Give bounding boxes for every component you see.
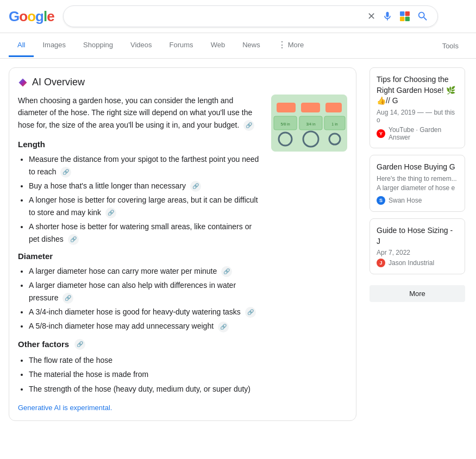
section-diameter: Diameter A larger diameter hose can carr…	[18, 251, 262, 332]
section-other-factors: Other factors 🔗 The flow rate of the hos…	[18, 339, 262, 395]
voice-search-button[interactable]	[382, 11, 393, 22]
source-card-title: Tips for Choosing the Right Garden Hose!…	[377, 74, 458, 106]
tab-videos[interactable]: Videos	[122, 34, 161, 57]
ai-overview: AI Overview When choosing a garden hose,…	[9, 67, 356, 421]
link-icon[interactable]: 🔗	[105, 208, 116, 218]
link-icon[interactable]: 🔗	[68, 234, 79, 245]
hose-image[interactable]: 5/8 in 3/4 in 1 in	[271, 95, 347, 152]
svg-text:5/8 in: 5/8 in	[280, 122, 290, 126]
list-item: A shorter hose is better for watering sm…	[29, 221, 262, 245]
source-card-title: Guide to Hose Sizing - J	[377, 225, 458, 247]
link-icon[interactable]: 🔗	[218, 322, 229, 332]
image-search-button[interactable]	[399, 11, 410, 22]
section-other-factors-title: Other factors 🔗	[18, 339, 262, 350]
ai-text-area: When choosing a garden hose, you can con…	[18, 95, 262, 412]
link-icon[interactable]: 🔗	[62, 293, 73, 304]
right-column: Tips for Choosing the Right Garden Hose!…	[365, 67, 469, 430]
tab-more[interactable]: ⋮ More	[269, 33, 313, 58]
search-icons: ✕	[367, 10, 429, 22]
clear-button[interactable]: ✕	[367, 10, 375, 22]
generative-note[interactable]: Generative AI is experimental.	[18, 404, 262, 412]
list-item: A 3/4-inch diameter hose is good for hea…	[29, 306, 262, 318]
link-icon[interactable]: 🔗	[221, 266, 232, 277]
ai-intro-text: When choosing a garden hose, you can con…	[18, 95, 262, 131]
mic-icon	[382, 11, 393, 22]
nav-tabs: All Images Shopping Videos Forums Web Ne…	[0, 33, 476, 59]
more-sources-button[interactable]: More	[369, 285, 465, 302]
svg-text:3/4 in: 3/4 in	[306, 122, 315, 126]
list-item: A larger diameter hose can carry more wa…	[29, 265, 262, 277]
ai-content-area: When choosing a garden hose, you can con…	[18, 95, 347, 412]
left-column: AI Overview When choosing a garden hose,…	[0, 67, 365, 430]
list-item: The flow rate of the hose	[29, 354, 262, 366]
hose-image-svg: 5/8 in 3/4 in 1 in	[271, 95, 347, 152]
list-item: Measure the distance from your spigot to…	[29, 153, 262, 178]
svg-rect-1	[405, 11, 409, 16]
source-meta: S Swan Hose	[377, 196, 458, 205]
section-length: Length Measure the distance from your sp…	[18, 140, 262, 245]
tab-forums[interactable]: Forums	[161, 34, 202, 57]
tab-news[interactable]: News	[234, 34, 269, 57]
length-list: Measure the distance from your spigot to…	[18, 153, 262, 245]
svg-rect-5	[277, 103, 296, 112]
tab-all[interactable]: All	[9, 34, 34, 57]
source-card-title: Garden Hose Buying G	[377, 162, 458, 173]
source-favicon: Y	[377, 129, 385, 138]
ai-diamond-icon	[18, 78, 28, 87]
list-item: A longer hose is better for covering lar…	[29, 194, 262, 218]
google-logo: Google	[9, 8, 54, 25]
source-name: Swan Hose	[389, 197, 422, 204]
link-icon[interactable]: 🔗	[190, 181, 201, 192]
link-icon[interactable]: 🔗	[60, 167, 71, 178]
source-card-swan[interactable]: Garden Hose Buying G Here's the thing to…	[369, 155, 465, 212]
clear-icon: ✕	[367, 10, 375, 22]
intro-link-icon[interactable]: 🔗	[243, 120, 254, 131]
link-icon[interactable]: 🔗	[74, 339, 85, 350]
svg-rect-0	[400, 11, 404, 16]
svg-rect-7	[325, 103, 342, 112]
main-layout: AI Overview When choosing a garden hose,…	[0, 59, 476, 438]
source-date: Aug 14, 2019 — — but this o	[377, 109, 458, 124]
svg-rect-6	[301, 103, 320, 112]
kebab-icon: ⋮	[278, 40, 286, 50]
other-factors-list: The flow rate of the hose The material t…	[18, 354, 262, 395]
ai-overview-title: AI Overview	[32, 77, 85, 88]
source-favicon: S	[377, 196, 385, 205]
list-item: The material the hose is made from	[29, 368, 262, 380]
svg-rect-2	[400, 17, 404, 21]
tab-images[interactable]: Images	[34, 34, 74, 57]
list-item: Buy a hose that's a little longer than n…	[29, 180, 262, 192]
link-icon[interactable]: 🔗	[245, 307, 256, 318]
ai-image-container: 5/8 in 3/4 in 1 in	[271, 95, 347, 412]
tab-shopping[interactable]: Shopping	[74, 34, 122, 57]
tools-button[interactable]: Tools	[434, 35, 467, 56]
source-card-youtube[interactable]: Tips for Choosing the Right Garden Hose!…	[369, 67, 465, 148]
search-icon	[417, 10, 429, 22]
source-card-jason[interactable]: Guide to Hose Sizing - J Apr 7, 2022 J J…	[369, 218, 465, 274]
source-date: Apr 7, 2022	[377, 249, 458, 256]
header: Google What size hose do I need for my y…	[0, 0, 476, 33]
ai-overview-header: AI Overview	[18, 77, 347, 88]
section-diameter-title: Diameter	[18, 251, 262, 261]
search-button[interactable]	[417, 10, 429, 22]
source-meta: Y YouTube · Garden Answer	[377, 126, 458, 141]
tab-web[interactable]: Web	[202, 34, 234, 57]
svg-rect-3	[405, 17, 409, 21]
diameter-list: A larger diameter hose can carry more wa…	[18, 265, 262, 332]
search-bar: What size hose do I need for my yard? ✕	[63, 5, 438, 27]
source-name: YouTube · Garden Answer	[389, 126, 458, 141]
section-length-title: Length	[18, 140, 262, 149]
list-item: A larger diameter hose can also help wit…	[29, 279, 262, 304]
source-favicon: J	[377, 259, 385, 267]
source-meta: J Jason Industrial	[377, 259, 458, 267]
source-name: Jason Industrial	[389, 259, 434, 267]
list-item: A 5/8-inch diameter hose may add unneces…	[29, 320, 262, 332]
source-snippet: Here's the thing to remem... A larger di…	[377, 174, 458, 193]
search-input[interactable]: What size hose do I need for my yard?	[72, 11, 363, 21]
list-item: The strength of the hose (heavy duty, me…	[29, 383, 262, 395]
svg-text:1 in: 1 in	[331, 122, 337, 126]
lens-icon	[399, 11, 410, 22]
